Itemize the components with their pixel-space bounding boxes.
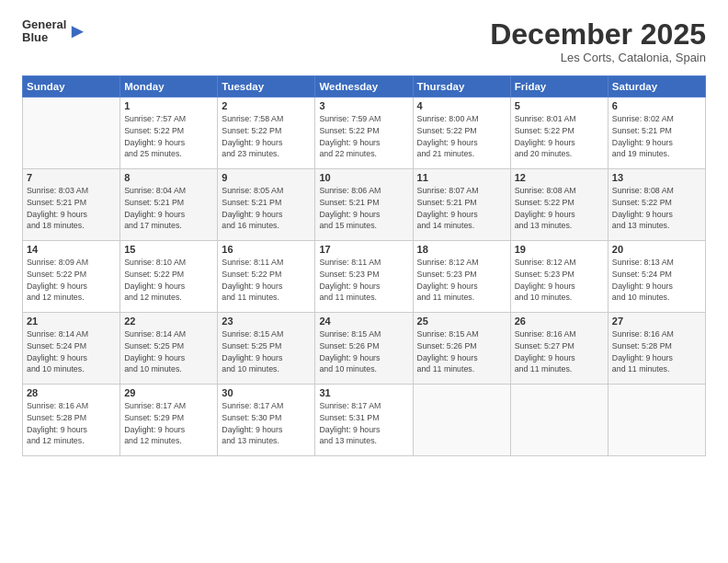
day-number: 22	[124, 316, 213, 327]
calendar-cell: 31Sunrise: 8:17 AMSunset: 5:31 PMDayligh…	[315, 385, 413, 456]
day-number: 10	[319, 172, 408, 183]
day-info: Sunrise: 8:12 AMSunset: 5:23 PMDaylight:…	[417, 257, 506, 304]
calendar-cell: 24Sunrise: 8:15 AMSunset: 5:26 PMDayligh…	[315, 313, 413, 385]
calendar-cell: 10Sunrise: 8:06 AMSunset: 5:21 PMDayligh…	[315, 169, 413, 241]
calendar-cell: 22Sunrise: 8:14 AMSunset: 5:25 PMDayligh…	[120, 313, 218, 385]
day-number: 30	[222, 387, 311, 398]
day-info: Sunrise: 8:11 AMSunset: 5:23 PMDaylight:…	[319, 257, 408, 304]
day-number: 29	[124, 387, 213, 398]
calendar-cell: 5Sunrise: 8:01 AMSunset: 5:22 PMDaylight…	[510, 98, 608, 169]
calendar-cell: 7Sunrise: 8:03 AMSunset: 5:21 PMDaylight…	[23, 169, 120, 241]
calendar-cell: 1Sunrise: 7:57 AMSunset: 5:22 PMDaylight…	[120, 98, 218, 169]
header: General Blue ► December 2025 Les Corts, …	[22, 18, 706, 64]
day-info: Sunrise: 8:07 AMSunset: 5:21 PMDaylight:…	[417, 185, 506, 232]
calendar-cell: 8Sunrise: 8:04 AMSunset: 5:21 PMDaylight…	[120, 169, 218, 241]
weekday-header-wednesday: Wednesday	[315, 76, 413, 98]
day-number: 3	[319, 100, 408, 111]
calendar-cell: 14Sunrise: 8:09 AMSunset: 5:22 PMDayligh…	[23, 241, 120, 313]
day-info: Sunrise: 8:17 AMSunset: 5:30 PMDaylight:…	[222, 400, 311, 447]
day-info: Sunrise: 8:06 AMSunset: 5:21 PMDaylight:…	[319, 185, 408, 232]
logo: General Blue ►	[22, 18, 87, 45]
day-info: Sunrise: 8:17 AMSunset: 5:29 PMDaylight:…	[124, 400, 213, 447]
day-info: Sunrise: 8:16 AMSunset: 5:28 PMDaylight:…	[612, 328, 701, 375]
day-number: 15	[124, 244, 213, 255]
calendar-cell	[23, 98, 120, 169]
day-info: Sunrise: 8:11 AMSunset: 5:22 PMDaylight:…	[222, 257, 311, 304]
calendar-week-4: 21Sunrise: 8:14 AMSunset: 5:24 PMDayligh…	[23, 313, 706, 385]
calendar-cell	[413, 385, 510, 456]
day-number: 13	[612, 172, 701, 183]
calendar-cell: 28Sunrise: 8:16 AMSunset: 5:28 PMDayligh…	[23, 385, 120, 456]
calendar-table: SundayMondayTuesdayWednesdayThursdayFrid…	[22, 75, 706, 456]
day-number: 11	[417, 172, 506, 183]
day-info: Sunrise: 7:58 AMSunset: 5:22 PMDaylight:…	[222, 113, 311, 160]
day-number: 14	[27, 244, 116, 255]
weekday-header-monday: Monday	[120, 76, 218, 98]
day-info: Sunrise: 8:13 AMSunset: 5:24 PMDaylight:…	[612, 257, 701, 304]
weekday-header-tuesday: Tuesday	[218, 76, 315, 98]
day-number: 8	[124, 172, 213, 183]
calendar-week-2: 7Sunrise: 8:03 AMSunset: 5:21 PMDaylight…	[23, 169, 706, 241]
day-number: 7	[27, 172, 116, 183]
day-info: Sunrise: 7:57 AMSunset: 5:22 PMDaylight:…	[124, 113, 213, 160]
calendar-cell: 19Sunrise: 8:12 AMSunset: 5:23 PMDayligh…	[510, 241, 608, 313]
weekday-header-thursday: Thursday	[413, 76, 510, 98]
calendar-week-3: 14Sunrise: 8:09 AMSunset: 5:22 PMDayligh…	[23, 241, 706, 313]
day-info: Sunrise: 8:16 AMSunset: 5:27 PMDaylight:…	[515, 328, 604, 375]
calendar-cell: 11Sunrise: 8:07 AMSunset: 5:21 PMDayligh…	[413, 169, 510, 241]
calendar-cell: 25Sunrise: 8:15 AMSunset: 5:26 PMDayligh…	[413, 313, 510, 385]
day-number: 21	[27, 316, 116, 327]
calendar-cell: 29Sunrise: 8:17 AMSunset: 5:29 PMDayligh…	[120, 385, 218, 456]
calendar-cell: 30Sunrise: 8:17 AMSunset: 5:30 PMDayligh…	[218, 385, 315, 456]
day-number: 20	[612, 244, 701, 255]
day-number: 1	[124, 100, 213, 111]
calendar-cell: 26Sunrise: 8:16 AMSunset: 5:27 PMDayligh…	[510, 313, 608, 385]
calendar-week-1: 1Sunrise: 7:57 AMSunset: 5:22 PMDaylight…	[23, 98, 706, 169]
day-number: 2	[222, 100, 311, 111]
day-info: Sunrise: 8:15 AMSunset: 5:26 PMDaylight:…	[319, 328, 408, 375]
weekday-header-row: SundayMondayTuesdayWednesdayThursdayFrid…	[23, 76, 706, 98]
day-number: 16	[222, 244, 311, 255]
calendar-cell	[510, 385, 608, 456]
day-number: 26	[515, 316, 604, 327]
day-info: Sunrise: 8:08 AMSunset: 5:22 PMDaylight:…	[515, 185, 604, 232]
day-info: Sunrise: 8:14 AMSunset: 5:24 PMDaylight:…	[27, 328, 116, 375]
calendar-cell: 21Sunrise: 8:14 AMSunset: 5:24 PMDayligh…	[23, 313, 120, 385]
logo-line2: Blue	[22, 31, 66, 44]
day-number: 6	[612, 100, 701, 111]
day-number: 17	[319, 244, 408, 255]
day-info: Sunrise: 8:14 AMSunset: 5:25 PMDaylight:…	[124, 328, 213, 375]
calendar-cell	[608, 385, 705, 456]
calendar-cell: 4Sunrise: 8:00 AMSunset: 5:22 PMDaylight…	[413, 98, 510, 169]
day-info: Sunrise: 8:15 AMSunset: 5:26 PMDaylight:…	[417, 328, 506, 375]
calendar-cell: 18Sunrise: 8:12 AMSunset: 5:23 PMDayligh…	[413, 241, 510, 313]
day-number: 18	[417, 244, 506, 255]
day-info: Sunrise: 8:15 AMSunset: 5:25 PMDaylight:…	[222, 328, 311, 375]
day-info: Sunrise: 8:08 AMSunset: 5:22 PMDaylight:…	[612, 185, 701, 232]
day-number: 23	[222, 316, 311, 327]
day-info: Sunrise: 8:10 AMSunset: 5:22 PMDaylight:…	[124, 257, 213, 304]
day-info: Sunrise: 8:02 AMSunset: 5:21 PMDaylight:…	[612, 113, 701, 160]
day-info: Sunrise: 8:16 AMSunset: 5:28 PMDaylight:…	[27, 400, 116, 447]
calendar-cell: 12Sunrise: 8:08 AMSunset: 5:22 PMDayligh…	[510, 169, 608, 241]
day-info: Sunrise: 8:01 AMSunset: 5:22 PMDaylight:…	[515, 113, 604, 160]
calendar-cell: 9Sunrise: 8:05 AMSunset: 5:21 PMDaylight…	[218, 169, 315, 241]
day-number: 9	[222, 172, 311, 183]
day-info: Sunrise: 8:09 AMSunset: 5:22 PMDaylight:…	[27, 257, 116, 304]
day-number: 28	[27, 387, 116, 398]
day-info: Sunrise: 8:12 AMSunset: 5:23 PMDaylight:…	[515, 257, 604, 304]
weekday-header-friday: Friday	[510, 76, 608, 98]
day-number: 31	[319, 387, 408, 398]
day-number: 25	[417, 316, 506, 327]
calendar-cell: 6Sunrise: 8:02 AMSunset: 5:21 PMDaylight…	[608, 98, 705, 169]
calendar-cell: 17Sunrise: 8:11 AMSunset: 5:23 PMDayligh…	[315, 241, 413, 313]
day-info: Sunrise: 8:00 AMSunset: 5:22 PMDaylight:…	[417, 113, 506, 160]
day-info: Sunrise: 7:59 AMSunset: 5:22 PMDaylight:…	[319, 113, 408, 160]
page: General Blue ► December 2025 Les Corts, …	[0, 0, 728, 563]
day-info: Sunrise: 8:17 AMSunset: 5:31 PMDaylight:…	[319, 400, 408, 447]
title-area: December 2025 Les Corts, Catalonia, Spai…	[490, 18, 706, 64]
weekday-header-sunday: Sunday	[23, 76, 120, 98]
day-number: 12	[515, 172, 604, 183]
calendar-cell: 13Sunrise: 8:08 AMSunset: 5:22 PMDayligh…	[608, 169, 705, 241]
day-number: 19	[515, 244, 604, 255]
